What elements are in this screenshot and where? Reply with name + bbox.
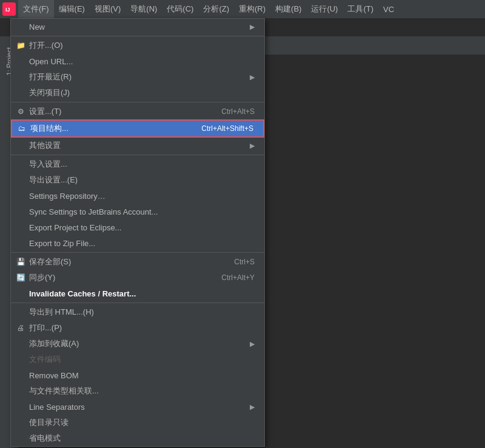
menu-file[interactable]: 文件(F)	[18, 0, 54, 18]
menu-item-settings[interactable]: ⚙ 设置...(T) Ctrl+Alt+S	[11, 104, 264, 119]
export-settings-label: 导出设置...(E)	[29, 175, 78, 186]
menu-item-new[interactable]: New ▶	[11, 19, 264, 35]
sync-shortcut: Ctrl+Alt+Y	[221, 273, 255, 282]
sync-label: 同步(Y)	[29, 272, 55, 283]
menu-refactor[interactable]: 重构(R)	[234, 0, 270, 18]
export-eclipse-label: Export Project to Eclipse...	[29, 223, 121, 232]
menu-item-open[interactable]: 📁 打开...(O)	[11, 38, 264, 53]
open-label: 打开...(O)	[29, 40, 63, 51]
menu-item-invalidate-caches[interactable]: Invalidate Caches / Restart...	[11, 286, 264, 301]
menu-item-export-eclipse[interactable]: Export Project to Eclipse...	[11, 219, 264, 235]
open-recent-label: 打开最近(R)	[29, 72, 72, 82]
menu-item-other-settings[interactable]: 其他设置 ▶	[11, 138, 264, 153]
sync-settings-label: Sync Settings to JetBrains Account...	[29, 207, 158, 216]
menu-edit[interactable]: 编辑(E)	[54, 0, 90, 18]
menu-item-open-recent[interactable]: 打开最近(R) ▶	[11, 69, 264, 85]
file-encoding-label: 文件编码	[29, 354, 61, 365]
menu-item-sync[interactable]: 🔄 同步(Y) Ctrl+Alt+Y	[11, 270, 264, 286]
menu-item-export-zip[interactable]: Export to Zip File...	[11, 235, 264, 251]
menu-item-settings-repo[interactable]: Settings Repository…	[11, 188, 264, 204]
readonly-label: 使目录只读	[29, 417, 69, 428]
menu-item-print[interactable]: 🖨 打印...(P)	[11, 320, 264, 336]
menu-item-export-settings[interactable]: 导出设置...(E)	[11, 172, 264, 188]
menu-item-open-url[interactable]: Open URL...	[11, 53, 264, 69]
settings-label: 设置...(T)	[29, 106, 61, 117]
print-icon: 🖨	[16, 323, 25, 333]
settings-shortcut: Ctrl+Alt+S	[221, 107, 255, 116]
other-settings-arrow: ▶	[250, 142, 255, 150]
project-structure-label: 项目结构...	[30, 123, 69, 134]
menu-tools[interactable]: 工具(T)	[343, 0, 378, 18]
add-bookmark-label: 添加到收藏(A)	[29, 338, 79, 349]
menu-code[interactable]: 代码(C)	[162, 0, 198, 18]
divider-1	[11, 36, 264, 36]
file-type-assoc-label: 与文件类型相关联...	[29, 386, 99, 396]
sync-icon: 🔄	[16, 273, 25, 283]
divider-4	[11, 252, 264, 253]
save-all-shortcut: Ctrl+S	[234, 258, 255, 266]
add-bookmark-arrow: ▶	[250, 340, 255, 348]
menu-item-readonly[interactable]: 使目录只读	[11, 415, 264, 430]
menu-run[interactable]: 运行(U)	[306, 0, 343, 18]
app-logo: IJ	[2, 2, 16, 16]
import-settings-label: 导入设置...	[29, 159, 67, 170]
dropdown-overlay[interactable]: New ▶ 📁 打开...(O) Open URL... 打开最近(R) ▶ 关…	[0, 18, 485, 448]
save-all-label: 保存全部(S)	[29, 256, 71, 267]
other-settings-label: 其他设置	[29, 140, 61, 151]
menu-navigate[interactable]: 导航(N)	[125, 0, 162, 18]
project-structure-icon: 🗂	[17, 124, 27, 133]
menu-item-file-type-assoc[interactable]: 与文件类型相关联...	[11, 383, 264, 399]
open-url-label: Open URL...	[29, 57, 73, 66]
menu-item-file-encoding: 文件编码	[11, 352, 264, 367]
power-save-label: 省电模式	[29, 433, 61, 444]
divider-5	[11, 303, 264, 303]
invalidate-caches-label: Invalidate Caches / Restart...	[29, 289, 136, 298]
menu-item-sync-settings[interactable]: Sync Settings to JetBrains Account...	[11, 204, 264, 219]
open-recent-arrow: ▶	[250, 73, 255, 81]
menu-item-export-html[interactable]: 导出到 HTML...(H)	[11, 304, 264, 320]
export-html-label: 导出到 HTML...(H)	[29, 307, 94, 318]
settings-icon: ⚙	[16, 107, 25, 116]
divider-2	[11, 102, 264, 102]
folder-icon: 📁	[16, 41, 25, 50]
print-label: 打印...(P)	[29, 323, 62, 333]
close-project-label: 关闭项目(J)	[29, 87, 70, 98]
menu-item-close-project[interactable]: 关闭项目(J)	[11, 85, 264, 101]
line-separators-label: Line Separators	[29, 403, 85, 412]
export-zip-label: Export to Zip File...	[29, 239, 95, 248]
menu-vcs[interactable]: VC	[378, 0, 399, 18]
remove-bom-label: Remove BOM	[29, 371, 79, 380]
menu-item-add-bookmark[interactable]: 添加到收藏(A) ▶	[11, 336, 264, 352]
menu-bar: IJ 文件(F) 编辑(E) 视图(V) 导航(N) 代码(C) 分析(Z) 重…	[0, 0, 485, 18]
line-separators-arrow: ▶	[250, 403, 255, 411]
menu-item-remove-bom[interactable]: Remove BOM	[11, 367, 264, 383]
menu-item-power-save[interactable]: 省电模式	[11, 430, 264, 446]
project-structure-shortcut: Ctrl+Alt+Shift+S	[201, 124, 253, 133]
menu-item-save-all[interactable]: 💾 保存全部(S) Ctrl+S	[11, 254, 264, 270]
menu-item-line-separators[interactable]: Line Separators ▶	[11, 399, 264, 415]
svg-text:IJ: IJ	[5, 7, 10, 13]
new-label: New	[29, 22, 45, 32]
save-icon: 💾	[16, 257, 25, 267]
divider-3	[11, 155, 264, 155]
menu-build[interactable]: 构建(B)	[270, 0, 306, 18]
menu-item-import-settings[interactable]: 导入设置...	[11, 156, 264, 172]
menu-view[interactable]: 视图(V)	[90, 0, 125, 18]
menu-item-project-structure[interactable]: 🗂 项目结构... Ctrl+Alt+Shift+S	[11, 119, 264, 138]
new-arrow: ▶	[250, 23, 255, 31]
menu-analyze[interactable]: 分析(Z)	[198, 0, 234, 18]
file-dropdown-menu: New ▶ 📁 打开...(O) Open URL... 打开最近(R) ▶ 关…	[10, 18, 265, 447]
settings-repo-label: Settings Repository…	[29, 192, 105, 201]
